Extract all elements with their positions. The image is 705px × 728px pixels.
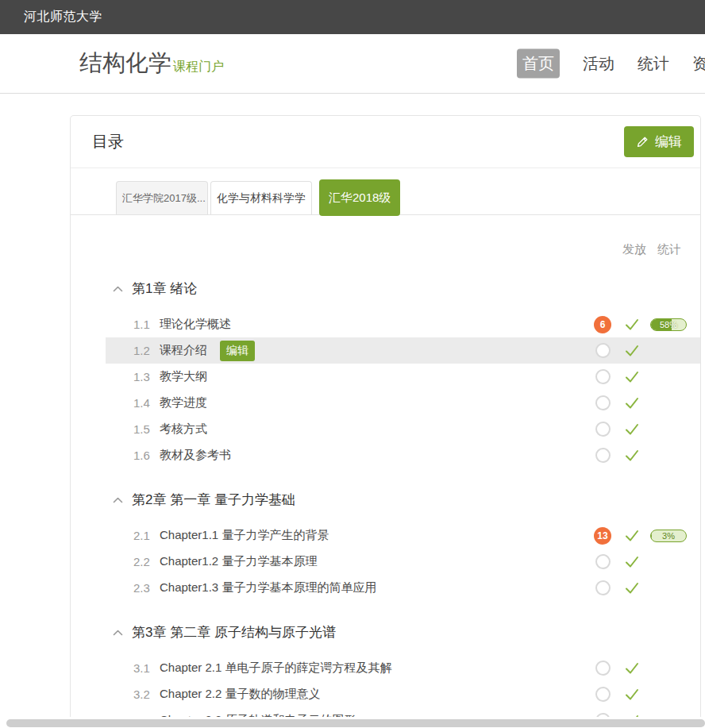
chapter-title: 第2章 第一章 量子力学基础 [132,491,295,510]
row-controls [594,660,687,677]
section-row[interactable]: 1.1 理论化学概述 6 58% [106,311,700,337]
notification-slot [594,342,611,360]
notification-slot [594,421,611,438]
panel-header: 目录 编辑 [71,116,700,168]
chevron-up-icon [113,286,123,292]
section-title: 教材及参考书 [160,448,231,463]
section-row[interactable]: 3.1 Chapter 2.1 单电子原子的薛定谔方程及其解 [106,655,700,681]
section-number: 2.3 [133,581,160,595]
pencil-icon [636,136,649,148]
notification-count-badge[interactable]: 6 [594,316,611,333]
issued-slot [624,318,640,332]
university-name: 河北师范大学 [24,9,102,25]
section-row[interactable]: 2.3 Chapter1.3 量子力学基本原理的简单应用 [106,575,700,601]
chapter-header: 第3章 第二章 原子结构与原子光谱 [112,623,700,642]
issue-toggle-circle[interactable] [595,343,611,358]
issued-slot [624,370,640,384]
nav-item-statistics[interactable]: 统计 [638,53,669,75]
collapse-chapter-button[interactable] [112,495,123,506]
section-row[interactable]: 3.2 Chapter 2.2 量子数的物理意义 [106,681,700,707]
issue-toggle-circle[interactable] [595,661,611,676]
section-title: 课程介绍 [160,343,207,358]
section-row[interactable]: 1.3 教学大纲 [106,364,700,390]
notification-count-badge[interactable]: 13 [594,527,611,545]
horizontal-scrollbar [0,717,705,728]
nav-item-home[interactable]: 首页 [517,49,560,79]
notification-slot [594,368,611,386]
section-row[interactable]: 1.5 考核方式 [106,416,700,442]
row-edit-button[interactable]: 编辑 [220,341,255,361]
edit-button[interactable]: 编辑 [624,126,694,157]
section-number: 3.2 [133,688,160,701]
issue-toggle-circle[interactable] [595,369,611,384]
chapter-block: 第1章 绪论 1.1 理论化学概述 6 58% [71,279,700,468]
edit-button-label: 编辑 [655,133,682,151]
issued-check-icon[interactable] [624,688,640,702]
issue-toggle-circle[interactable] [595,554,611,569]
section-row[interactable]: 1.2 课程介绍 编辑 [106,337,700,364]
issued-slot [624,396,640,410]
horizontal-scrollbar-thumb[interactable] [6,719,705,727]
section-number: 1.4 [133,396,160,410]
notification-slot [594,580,611,597]
issued-check-icon[interactable] [624,555,640,569]
issued-check-icon[interactable] [624,370,640,384]
issued-check-icon[interactable] [624,529,640,543]
section-row[interactable]: 2.1 Chapter1.1 量子力学产生的背景 13 3% [106,522,700,549]
issue-toggle-circle[interactable] [595,448,611,463]
section-title: 理论化学概述 [160,317,231,332]
issued-slot [624,344,640,358]
row-controls [594,421,687,438]
row-controls [594,368,687,386]
issued-check-icon[interactable] [624,396,640,410]
progress-slot: 3% [650,530,687,542]
notification-slot [594,447,611,464]
section-number: 1.2 [133,344,160,357]
chapter-title: 第3章 第二章 原子结构与原子光谱 [132,623,336,642]
header-nav: 首页 活动 统计 资 [517,49,705,79]
chapter-block: 第2章 第一章 量子力学基础 2.1 Chapter1.1 量子力学产生的背景 … [71,491,700,601]
row-controls [594,686,687,703]
progress-pill-label: 58% [651,319,686,330]
issued-check-icon[interactable] [624,661,640,676]
chapter-title: 第1章 绪论 [132,279,197,299]
issued-check-icon[interactable] [624,422,640,437]
section-row[interactable]: 2.2 Chapter1.2 量子力学基本原理 [106,549,700,575]
issued-check-icon[interactable] [624,449,640,463]
section-row[interactable]: 1.6 教材及参考书 [106,442,700,468]
issue-toggle-circle[interactable] [595,422,611,437]
issue-toggle-circle[interactable] [595,687,611,702]
course-title: 结构化学 [79,48,171,79]
issued-check-icon[interactable] [624,581,640,595]
nav-item-resources-clipped[interactable]: 资 [692,53,705,75]
notification-slot: 6 [594,316,611,333]
section-title: Chapter1.2 量子力学基本原理 [160,554,317,569]
issued-check-icon[interactable] [624,344,640,358]
chapter-list: 第1章 绪论 1.1 理论化学概述 6 58% [71,279,700,728]
panel-title: 目录 [92,131,124,152]
nav-item-activities[interactable]: 活动 [583,53,614,75]
collapse-chapter-button[interactable] [112,627,123,638]
issue-toggle-circle[interactable] [595,395,611,410]
class-tab-chem-materials[interactable]: 化学与材料科学学 [210,181,312,214]
column-headers: 发放 统计 [71,215,700,257]
section-number: 1.6 [133,449,160,462]
collapse-chapter-button[interactable] [112,283,123,295]
column-header-stats[interactable]: 统计 [657,242,681,257]
section-number: 2.2 [133,555,160,568]
chevron-up-icon [113,630,123,636]
class-tab-2018-active[interactable]: 汇华2018级 [319,179,400,216]
class-tab-2017[interactable]: 汇华学院2017级... [116,181,208,214]
section-row[interactable]: 1.4 教学进度 [106,390,700,416]
section-title: Chapter 2.2 量子数的物理意义 [160,687,321,702]
column-header-issue[interactable]: 发放 [622,242,646,257]
issued-check-icon[interactable] [624,318,640,332]
issued-slot [624,581,640,595]
section-number: 1.3 [133,370,160,383]
row-controls: 6 58% [594,316,687,333]
chapter-header: 第2章 第一章 量子力学基础 [112,491,700,510]
notification-slot [594,395,611,412]
row-controls: 13 3% [594,527,687,545]
issued-slot [624,661,640,676]
issue-toggle-circle[interactable] [595,580,611,595]
